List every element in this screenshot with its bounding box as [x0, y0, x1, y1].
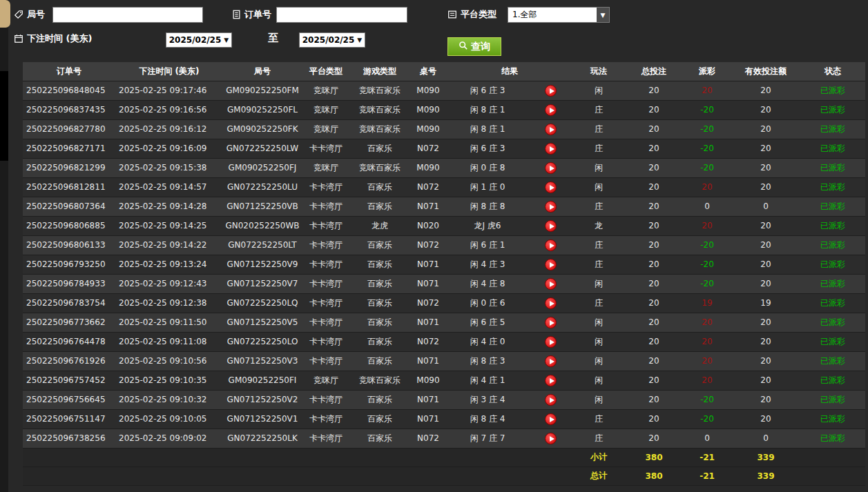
order-number-cell: 250225096806133	[23, 235, 115, 255]
table-number-cell: N072	[409, 332, 447, 351]
bet-row: 250225096827171 2025-02-25 09:16:09 GN07…	[23, 139, 865, 158]
status-cell: 已派彩	[800, 216, 865, 235]
total-bet-cell: 20	[625, 332, 683, 351]
chevron-down-icon: ▼	[224, 37, 229, 43]
round-number-cell: GN071252250V3	[223, 351, 302, 371]
valid-bet-cell: 20	[731, 235, 800, 255]
result-cell: 闲 6 庄 3	[447, 139, 528, 158]
replay-play-icon[interactable]	[545, 278, 557, 290]
replay-play-icon[interactable]	[545, 259, 557, 270]
bet-type-cell: 闲	[572, 158, 625, 177]
replay-play-icon[interactable]	[545, 355, 557, 367]
replay-play-icon[interactable]	[545, 85, 557, 97]
status-cell: 已派彩	[800, 235, 865, 255]
date-to-value: 2025/02/25	[302, 35, 355, 45]
bet-type-cell: 闲	[572, 371, 625, 390]
replay-play-icon[interactable]	[545, 433, 557, 444]
date-to-select[interactable]: 2025/02/25 ▼	[299, 32, 365, 48]
platform-cell: 卡卡湾厅	[302, 390, 350, 409]
total-bet-cell: 20	[625, 293, 683, 313]
status-cell: 已派彩	[800, 351, 865, 371]
chevron-down-icon: ▼	[357, 37, 362, 43]
table-number-cell: N072	[409, 139, 447, 158]
bet-type-cell: 庄	[572, 255, 625, 274]
bet-type-cell: 闲	[572, 332, 625, 351]
replay-cell	[528, 197, 572, 216]
game-type-cell: 百家乐	[350, 274, 409, 293]
payout-cell: 20	[683, 351, 731, 371]
filter-bar: 局号 订单号 平台类型 1.全部 ▼ 下注时间 (美东) 2025/02/25 …	[8, 0, 868, 62]
result-cell: 闲 6 庄 3	[447, 81, 528, 100]
platform-cell: 卡卡湾厅	[302, 139, 350, 158]
game-type-cell: 百家乐	[350, 197, 409, 216]
round-number-group: 局号	[14, 8, 45, 21]
total-bet-cell: 20	[625, 139, 683, 158]
status-cell: 已派彩	[800, 293, 865, 313]
round-number-cell: GN071252250V2	[223, 390, 302, 409]
platform-cell: 卡卡湾厅	[302, 216, 350, 235]
table-number-cell: N072	[409, 177, 447, 197]
round-number-cell: GM090252250FJ	[223, 158, 302, 177]
platform-cell: 卡卡湾厅	[302, 177, 350, 197]
search-icon	[459, 41, 468, 52]
replay-play-icon[interactable]	[545, 394, 557, 406]
status-cell: 已派彩	[800, 177, 865, 197]
order-number-cell: 250225096751147	[23, 409, 115, 429]
order-number-cell: 250225096827171	[23, 139, 115, 158]
query-button[interactable]: 查询	[447, 37, 501, 56]
platform-type-label: 平台类型	[461, 8, 496, 21]
replay-play-icon[interactable]	[545, 239, 557, 251]
calendar-icon	[14, 34, 23, 43]
order-number-input[interactable]	[276, 7, 407, 23]
bet-time-cell: 2025-02-25 09:12:43	[115, 274, 223, 293]
status-cell: 已派彩	[800, 139, 865, 158]
replay-play-icon[interactable]	[545, 297, 557, 309]
order-number-label: 订单号	[244, 8, 271, 21]
replay-play-icon[interactable]	[545, 317, 557, 328]
table-number-cell: N072	[409, 429, 447, 448]
column-header-platform: 平台类型	[302, 62, 350, 81]
round-number-input[interactable]	[52, 7, 203, 23]
bet-row: 250225096793250 2025-02-25 09:13:24 GN07…	[23, 255, 865, 274]
sidebar-expand-handle[interactable]	[0, 0, 10, 28]
bet-type-cell: 闲	[572, 313, 625, 332]
table-number-cell: N072	[409, 235, 447, 255]
column-header-status: 状态	[800, 62, 865, 81]
bet-time-cell: 2025-02-25 09:13:24	[115, 255, 223, 274]
column-header-table-no: 桌号	[409, 62, 447, 81]
game-type-cell: 百家乐	[350, 409, 409, 429]
replay-play-icon[interactable]	[545, 336, 557, 348]
round-number-cell: GN071252250V7	[223, 274, 302, 293]
payout-cell: 20	[683, 81, 731, 100]
valid-bet-cell: 20	[731, 409, 800, 429]
valid-bet-cell: 20	[731, 255, 800, 274]
bet-row: 250225096773662 2025-02-25 09:11:50 GN07…	[23, 313, 865, 332]
total-bet-cell: 20	[625, 409, 683, 429]
replay-play-icon[interactable]	[545, 143, 557, 155]
platform-cell: 卡卡湾厅	[302, 313, 350, 332]
query-button-label: 查询	[471, 41, 490, 53]
status-cell: 已派彩	[800, 409, 865, 429]
total-bet-cell: 20	[625, 235, 683, 255]
replay-play-icon[interactable]	[545, 375, 557, 386]
round-number-cell: GM090252250FM	[223, 81, 302, 100]
total-bet-cell: 20	[625, 158, 683, 177]
platform-type-select[interactable]: 1.全部 ▼	[508, 7, 610, 23]
bet-type-cell: 庄	[572, 119, 625, 139]
replay-cell	[528, 390, 572, 409]
replay-play-icon[interactable]	[545, 162, 557, 174]
order-number-cell: 250225096848045	[23, 81, 115, 100]
total-bet-cell: 20	[625, 119, 683, 139]
total-bet-cell: 20	[625, 390, 683, 409]
date-from-select[interactable]: 2025/02/25 ▼	[166, 32, 232, 48]
table-number-cell: N071	[409, 197, 447, 216]
replay-play-icon[interactable]	[545, 124, 557, 135]
order-number-cell: 250225096812811	[23, 177, 115, 197]
replay-play-icon[interactable]	[545, 181, 557, 193]
replay-play-icon[interactable]	[545, 413, 557, 425]
bet-row: 250225096751147 2025-02-25 09:10:05 GN07…	[23, 409, 865, 429]
replay-play-icon[interactable]	[545, 220, 557, 232]
replay-play-icon[interactable]	[545, 104, 557, 116]
table-number-cell: M090	[409, 371, 447, 390]
replay-play-icon[interactable]	[545, 201, 557, 213]
